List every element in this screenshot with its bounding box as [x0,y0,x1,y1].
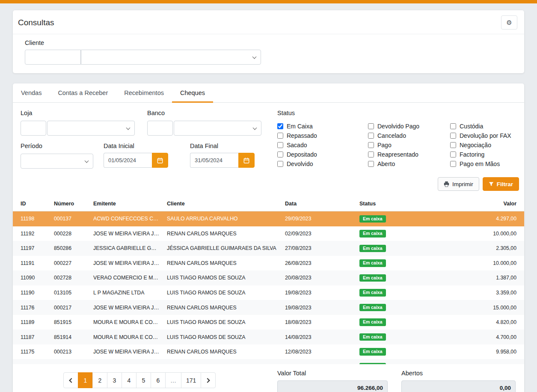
table-row[interactable]: 11190013105L P MAGAZINE LTDALUIS TIAGO R… [13,285,524,300]
results-table-container[interactable]: ID Número Emitente Cliente Data Status V… [13,196,524,364]
status-checkbox-cancelado[interactable]: Cancelado [368,131,450,140]
pagination-page-1[interactable]: 1 [78,372,93,388]
banco-select[interactable] [174,121,261,136]
pagination-next-button[interactable] [201,372,216,388]
col-header-numero: Número [50,196,90,211]
cell-data: 02/09/2023 [282,226,356,241]
cell-numero: 000213 [50,344,90,359]
loja-select[interactable] [47,121,135,136]
periodo-select[interactable] [21,154,93,169]
pagination-page-2[interactable]: 2 [92,372,107,388]
checkbox-label: Devolvido [287,160,313,167]
filtrar-button[interactable]: Filtrar [483,177,519,191]
table-row[interactable]: 11172013952K.M. COMERCIO VAREJISTA …LUIS… [13,359,524,364]
loja-code-input[interactable] [21,121,46,136]
tab-contas-a-receber[interactable]: Contas a Receber [50,83,116,103]
status-checkbox-custodia[interactable]: Custódia [450,122,524,131]
status-label: Status [277,110,295,116]
checkbox-label: Custódia [460,123,483,130]
checkbox-label: Sacado [287,142,307,148]
checkbox[interactable] [450,123,456,129]
checkbox[interactable] [277,133,283,139]
data-final-calendar-button[interactable] [238,153,255,168]
checkbox[interactable] [368,161,374,167]
table-row[interactable]: 11192000228JOSE W MEIRA VIEIRA JUNIORREN… [13,226,524,241]
table-row[interactable]: 11175000213JOSE W MEIRA VIEIRA JUNIORREN… [13,344,524,359]
status-checkbox-em-caixa[interactable]: Em Caixa [277,122,368,131]
status-checkbox-devolvido[interactable]: Devolvido [277,159,368,169]
status-checkbox-devolvido-pago[interactable]: Devolvido Pago [368,122,450,131]
top-accent-bar [0,0,537,3]
pagination-prev-button[interactable] [63,372,78,388]
status-column-2: Devolvido Pago Cancelado Pago Reapresent… [368,122,450,169]
cell-cliente: JÉSSICA GABRIELLE GUIMARAES DA SILVA [163,241,282,256]
cliente-code-input[interactable] [25,50,81,65]
status-checkbox-reapresentado[interactable]: Reapresentado [368,150,450,159]
cell-id: 11189 [13,315,50,330]
tab-recebimentos[interactable]: Recebimentos [116,83,172,103]
pagination-page-5[interactable]: 5 [136,372,151,388]
status-checkbox-negociacao[interactable]: Negociação [450,140,524,150]
status-badge: Em caixa [359,274,386,282]
data-inicial-input[interactable] [104,153,152,168]
table-row[interactable]: 11197850286JESSICA GABRIELLE GUIMA…JÉSSI… [13,241,524,256]
banco-code-input[interactable] [147,121,173,136]
status-checkbox-factoring[interactable]: Factoring [450,150,524,159]
checkbox[interactable] [450,133,456,139]
cell-numero: 000217 [50,300,90,315]
tab-vendas[interactable]: Vendas [13,83,50,103]
checkbox[interactable] [368,142,374,148]
pagination-page-4[interactable]: 4 [122,372,136,388]
cell-numero: 013105 [50,285,90,300]
status-checkbox-devolucao-por-fax[interactable]: Devolução por FAX [450,131,524,140]
status-checkbox-sacado[interactable]: Sacado [277,140,368,150]
checkbox-label: Pago em Mãos [460,160,500,167]
checkbox[interactable] [277,123,283,129]
imprimir-button[interactable]: Imprimir [438,177,479,191]
banco-label: Banco [147,110,165,116]
checkbox[interactable] [450,142,456,148]
cell-data: 20/08/2023 [282,270,356,285]
cell-status: Em caixa [356,315,424,330]
table-row[interactable]: 11176000217JOSE W MEIRA VIEIRA JUNIORREN… [13,300,524,315]
cell-valor: 10.000,00 [424,226,524,241]
checkbox[interactable] [368,133,374,139]
data-final-input[interactable] [190,153,238,168]
cell-id: 11090 [13,270,50,285]
cell-cliente: RENAN CARLOS MARQUES [163,256,282,271]
data-final-label: Data Final [190,143,218,149]
checkbox[interactable] [450,161,456,167]
status-checkbox-pago-em-maos[interactable]: Pago em Mãos [450,159,524,169]
table-row[interactable]: 11187851914MOURA E MOURA E COM VA…LUIS T… [13,330,524,344]
checkbox[interactable] [368,151,374,157]
checkbox[interactable] [277,151,283,157]
checkbox[interactable] [277,161,283,167]
cell-numero: 002728 [50,270,90,285]
cell-status: Em caixa [356,256,424,271]
checkbox[interactable] [277,142,283,148]
pagination-page-6[interactable]: 6 [151,372,166,388]
pagination-page-171[interactable]: 171 [181,372,201,388]
checkbox[interactable] [368,123,374,129]
status-checkbox-pago[interactable]: Pago [368,140,450,150]
table-row[interactable]: 11090002728VERAO COMERCIO E MODAS…LUIS T… [13,270,524,285]
settings-button[interactable]: ⚙ [501,15,517,30]
status-checkbox-depositado[interactable]: Depositado [277,150,368,159]
cliente-select[interactable] [81,50,261,65]
data-inicial-label: Data Inicial [104,143,134,149]
chevron-right-icon [205,378,210,383]
table-row[interactable]: 11189851915MOURA E MOURA E COM VA…LUIS T… [13,315,524,330]
cell-numero: 850286 [50,241,90,256]
table-row[interactable]: 11191000227JOSE W MEIRA VIEIRA JUNIORREN… [13,256,524,271]
status-checkbox-repassado[interactable]: Repassado [277,131,368,140]
cell-emitente: MOURA E MOURA E COM VA… [90,315,163,330]
checkbox[interactable] [450,151,456,157]
cell-emitente: MOURA E MOURA E COM VA… [90,330,163,344]
status-checkbox-aberto[interactable]: Aberto [368,159,450,169]
data-inicial-calendar-button[interactable] [152,153,168,168]
cell-id: 11175 [13,344,50,359]
pagination-page-3[interactable]: 3 [107,372,122,388]
tab-cheques[interactable]: Cheques [172,83,213,103]
col-header-valor: Valor [424,196,524,211]
table-row[interactable]: 11198000137ACWD CONFECCOES COMER…SAULO A… [13,211,524,226]
